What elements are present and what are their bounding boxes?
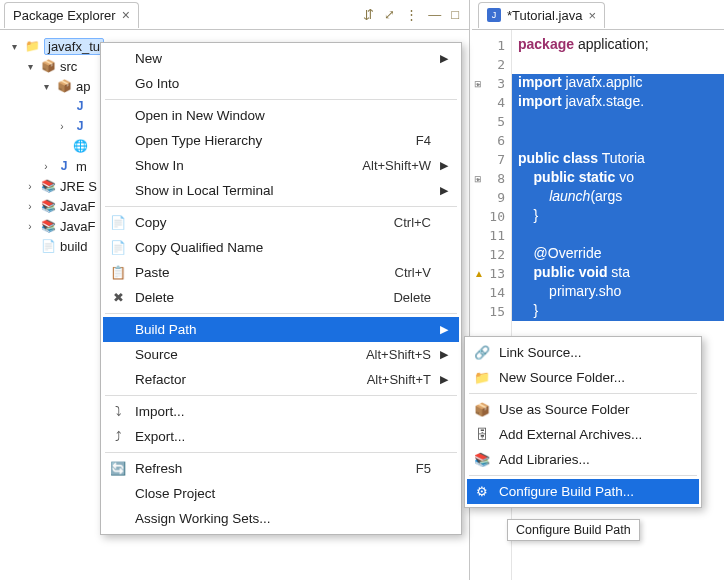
code-line[interactable]: }	[512, 302, 724, 321]
menu-item-refresh[interactable]: 🔄RefreshF5	[103, 456, 459, 481]
menu-item-label: Close Project	[135, 486, 423, 501]
minimize-icon[interactable]: —	[428, 7, 441, 22]
menu-item-label: Copy	[135, 215, 386, 230]
line-number: 2	[472, 55, 511, 74]
expand-arrow-icon[interactable]: ▾	[40, 81, 52, 92]
menu-item-add-external-archives[interactable]: 🗄Add External Archives...	[467, 422, 699, 447]
menu-item-label: Copy Qualified Name	[135, 240, 423, 255]
menu-item-import[interactable]: ⤵Import...	[103, 399, 459, 424]
menu-item-show-in-local-terminal[interactable]: Show in Local Terminal▶	[103, 178, 459, 203]
menu-item-icon: 📄	[109, 215, 127, 230]
menu-separator	[105, 395, 457, 396]
expand-arrow-icon[interactable]: ›	[56, 121, 68, 132]
menu-item-label: Use as Source Folder	[499, 402, 663, 417]
menu-separator	[469, 393, 697, 394]
menu-item-open-in-new-window[interactable]: Open in New Window	[103, 103, 459, 128]
view-menu-icon[interactable]: ⋮	[405, 7, 418, 22]
menu-item-go-into[interactable]: Go Into	[103, 71, 459, 96]
java-file-icon: J	[56, 159, 72, 173]
expand-arrow-icon[interactable]: ›	[24, 181, 36, 192]
code-line[interactable]: }	[512, 207, 724, 226]
line-number: 14	[472, 283, 511, 302]
menu-item-copy[interactable]: 📄CopyCtrl+C	[103, 210, 459, 235]
menu-item-delete[interactable]: ✖DeleteDelete	[103, 285, 459, 310]
code-line[interactable]: import javafx.applic	[512, 74, 724, 93]
menu-item-shortcut: F5	[416, 461, 431, 476]
library-icon: 📚	[40, 179, 56, 193]
code-line[interactable]	[512, 226, 724, 245]
code-line[interactable]	[512, 55, 724, 74]
menu-item-icon: ✖	[109, 290, 127, 305]
close-icon[interactable]: ×	[588, 8, 596, 23]
menu-item-shortcut: F4	[416, 133, 431, 148]
menu-item-icon: 📚	[473, 452, 491, 467]
package-explorer-tab[interactable]: Package Explorer ×	[4, 2, 139, 28]
line-number: 7	[472, 150, 511, 169]
code-line[interactable]: import javafx.stage.	[512, 93, 724, 112]
menu-item-label: Assign Working Sets...	[135, 511, 423, 526]
menu-item-shortcut: Delete	[393, 290, 431, 305]
expand-arrow-icon[interactable]: ›	[40, 161, 52, 172]
line-number: ▲13	[472, 264, 511, 283]
menu-item-paste[interactable]: 📋PasteCtrl+V	[103, 260, 459, 285]
focus-icon[interactable]: ⤢	[384, 7, 395, 22]
code-line[interactable]: public void sta	[512, 264, 724, 283]
menu-item-label: Refactor	[135, 372, 359, 387]
menu-item-open-type-hierarchy[interactable]: Open Type HierarchyF4	[103, 128, 459, 153]
menu-item-label: New	[135, 51, 423, 66]
menu-item-new-source-folder[interactable]: 📁New Source Folder...	[467, 365, 699, 390]
submenu-arrow-icon: ▶	[439, 348, 449, 361]
menu-item-refactor[interactable]: RefactorAlt+Shift+T▶	[103, 367, 459, 392]
menu-item-assign-working-sets[interactable]: Assign Working Sets...	[103, 506, 459, 531]
java-file-icon: J	[72, 99, 88, 113]
menu-item-label: Open in New Window	[135, 108, 423, 123]
tree-node-label: JavaF	[60, 199, 95, 214]
menu-item-shortcut: Alt+Shift+S	[366, 347, 431, 362]
menu-separator	[469, 475, 697, 476]
line-number: 11	[472, 226, 511, 245]
line-number: 15	[472, 302, 511, 321]
code-line[interactable]: public static vo	[512, 169, 724, 188]
line-number: 1	[472, 36, 511, 55]
menu-separator	[105, 313, 457, 314]
menu-item-icon: 🗄	[473, 427, 491, 442]
menu-item-copy-qualified-name[interactable]: 📄Copy Qualified Name	[103, 235, 459, 260]
expand-arrow-icon[interactable]: ▾	[8, 41, 20, 52]
code-line[interactable]: package application;	[512, 36, 724, 55]
code-line[interactable]: launch(args	[512, 188, 724, 207]
menu-item-close-project[interactable]: Close Project	[103, 481, 459, 506]
tree-node-label: m	[76, 159, 87, 174]
editor-tab[interactable]: J *Tutorial.java ×	[478, 2, 605, 28]
line-number: ⊟8	[472, 169, 511, 188]
tooltip: Configure Build Path	[507, 519, 640, 541]
menu-item-use-as-source-folder[interactable]: 📦Use as Source Folder	[467, 397, 699, 422]
menu-item-link-source[interactable]: 🔗Link Source...	[467, 340, 699, 365]
expand-arrow-icon[interactable]: ›	[24, 201, 36, 212]
menu-item-source[interactable]: SourceAlt+Shift+S▶	[103, 342, 459, 367]
expand-arrow-icon[interactable]: ›	[24, 221, 36, 232]
menu-item-configure-build-path[interactable]: ⚙Configure Build Path...	[467, 479, 699, 504]
menu-item-label: Show In	[135, 158, 354, 173]
package-explorer-tab-label: Package Explorer	[13, 8, 116, 23]
menu-item-icon: ⤴	[109, 429, 127, 444]
link-with-editor-icon[interactable]: ⇵	[363, 7, 374, 22]
menu-item-shortcut: Ctrl+C	[394, 215, 431, 230]
expand-arrow-icon[interactable]: ▾	[24, 61, 36, 72]
maximize-icon[interactable]: □	[451, 7, 459, 22]
tree-node-label: build	[60, 239, 87, 254]
menu-item-add-libraries[interactable]: 📚Add Libraries...	[467, 447, 699, 472]
code-line[interactable]	[512, 131, 724, 150]
close-icon[interactable]: ×	[122, 7, 130, 23]
code-line[interactable]: primary.sho	[512, 283, 724, 302]
menu-item-export[interactable]: ⤴Export...	[103, 424, 459, 449]
menu-item-new[interactable]: New▶	[103, 46, 459, 71]
menu-item-show-in[interactable]: Show InAlt+Shift+W▶	[103, 153, 459, 178]
submenu-arrow-icon: ▶	[439, 52, 449, 65]
tree-node-label: src	[60, 59, 77, 74]
code-line[interactable]	[512, 112, 724, 131]
code-line[interactable]: @Override	[512, 245, 724, 264]
submenu-arrow-icon: ▶	[439, 159, 449, 172]
code-line[interactable]: public class Tutoria	[512, 150, 724, 169]
submenu-arrow-icon: ▶	[439, 323, 449, 336]
menu-item-build-path[interactable]: Build Path▶	[103, 317, 459, 342]
